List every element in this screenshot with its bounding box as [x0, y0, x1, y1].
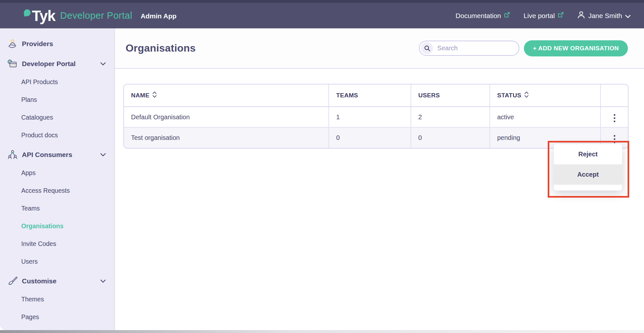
menu-item-reject[interactable]: Reject [554, 144, 622, 164]
sidebar-item-invite-codes[interactable]: Invite Codes [0, 236, 114, 252]
user-name: Jane Smith [588, 12, 622, 20]
sidebar-item-catalogues[interactable]: Catalogues [0, 109, 114, 125]
svg-text:</>: </> [11, 64, 16, 67]
column-header-teams[interactable]: TEAMS [329, 84, 411, 107]
kebab-menu-icon[interactable] [611, 112, 619, 124]
sidebar-section-customise[interactable]: Customise [0, 273, 114, 289]
tyk-logo[interactable]: Tyk [24, 9, 55, 23]
app-window: Tyk Developer Portal Admin App Documenta… [0, 0, 644, 333]
sidebar-section-label: Customise [22, 277, 100, 285]
org-teams-cell: 1 [329, 107, 411, 127]
body: Providers </> Developer Portal [0, 28, 644, 330]
sidebar-item-pages[interactable]: Pages [0, 309, 114, 325]
menu-item-accept[interactable]: Accept [554, 164, 622, 185]
sidebar-item-product-docs[interactable]: Product docs [0, 127, 114, 143]
app-label: Admin App [141, 12, 176, 20]
row-actions-cell [601, 107, 628, 127]
page-title: Organisations [126, 42, 196, 54]
table-row[interactable]: Default Organisation 1 2 active [124, 107, 628, 127]
sidebar-section-label: Developer Portal [22, 60, 100, 68]
sidebar-item-organisations[interactable]: Organisations [0, 218, 114, 234]
sort-icon [152, 91, 157, 100]
sort-icon [524, 91, 529, 100]
sidebar-section-label: Providers [22, 40, 106, 48]
chevron-down-icon [625, 12, 630, 20]
main-content: Organisations + ADD NEW ORGANISATION [115, 28, 644, 330]
table-row[interactable]: Test organisation 0 0 pending [124, 127, 628, 148]
external-link-icon [504, 12, 510, 20]
sidebar-item-users[interactable]: Users [0, 253, 114, 269]
live-portal-link-label: Live portal [524, 12, 555, 20]
header-right: Documentation Live portal [456, 11, 630, 20]
user-menu[interactable]: Jane Smith [577, 11, 630, 20]
top-header: Tyk Developer Portal Admin App Documenta… [0, 0, 644, 28]
chevron-down-icon[interactable] [100, 152, 106, 158]
window-bottom-edge [0, 330, 644, 333]
logo-subtitle: Developer Portal [60, 10, 132, 21]
chevron-down-icon[interactable] [100, 278, 106, 284]
organisations-table: NAME TEAMS [123, 84, 629, 149]
documentation-link-label: Documentation [456, 12, 501, 20]
org-users-cell: 2 [411, 107, 490, 127]
sidebar: Providers </> Developer Portal [0, 28, 115, 330]
column-header-users[interactable]: USERS [411, 84, 490, 107]
documentation-link[interactable]: Documentation [456, 12, 510, 20]
tyk-leaf-icon [24, 9, 31, 16]
add-new-organisation-button[interactable]: + ADD NEW ORGANISATION [524, 40, 628, 56]
sidebar-section-label: API Consumers [22, 151, 100, 159]
paintbrush-icon [6, 275, 19, 287]
sidebar-item-apps[interactable]: Apps [0, 165, 114, 181]
sidebar-section-api-consumers[interactable]: API Consumers [0, 146, 114, 163]
column-header-status[interactable]: STATUS [490, 84, 601, 107]
page-actions: + ADD NEW ORGANISATION [419, 40, 628, 56]
person-icon [577, 11, 585, 20]
kebab-menu-icon[interactable] [611, 133, 619, 145]
column-header-name[interactable]: NAME [124, 84, 329, 107]
sidebar-item-teams[interactable]: Teams [0, 200, 114, 216]
row-context-menu: Reject Accept [554, 144, 622, 191]
org-name-cell: Default Organisation [124, 107, 329, 127]
sidebar-section-providers[interactable]: Providers [0, 35, 114, 52]
search-icon [421, 42, 433, 54]
portal-window-icon: </> [6, 58, 19, 70]
sidebar-section-developer-portal[interactable]: </> Developer Portal [0, 55, 114, 72]
sidebar-item-api-products[interactable]: API Products [0, 74, 114, 90]
org-teams-cell: 0 [329, 127, 411, 148]
search-box[interactable] [419, 41, 519, 56]
sidebar-item-themes[interactable]: Themes [0, 291, 114, 307]
provider-hand-icon [6, 38, 19, 50]
org-name-cell: Test organisation [124, 127, 329, 148]
org-users-cell: 0 [411, 127, 490, 148]
live-portal-link[interactable]: Live portal [524, 12, 564, 20]
search-input[interactable] [433, 44, 507, 52]
column-header-actions [601, 84, 628, 107]
sidebar-item-plans[interactable]: Plans [0, 92, 114, 108]
table-header-row: NAME TEAMS [124, 84, 628, 107]
chevron-down-icon[interactable] [100, 61, 106, 67]
header-left: Tyk Developer Portal Admin App [24, 9, 176, 23]
external-link-icon [558, 12, 564, 20]
logo-text: Tyk [32, 9, 55, 23]
org-status-cell: active [490, 107, 601, 127]
page-header: Organisations + ADD NEW ORGANISATION [115, 28, 644, 69]
consumers-people-icon [6, 149, 19, 161]
sidebar-item-access-requests[interactable]: Access Requests [0, 182, 114, 199]
